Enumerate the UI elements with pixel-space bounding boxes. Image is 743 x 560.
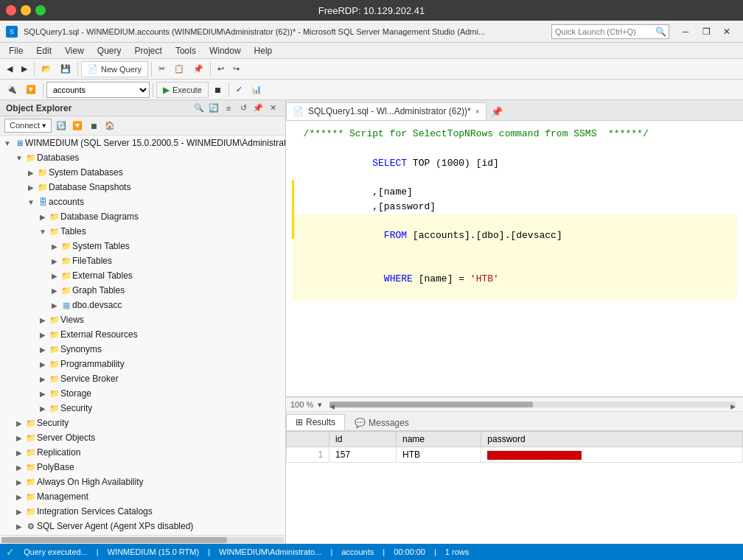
execute-button[interactable]: ▶ Execute bbox=[156, 82, 209, 98]
tree-external-resources[interactable]: ▶ 📁 External Resources bbox=[0, 327, 285, 342]
connect-button[interactable]: Connect ▾ bbox=[4, 119, 52, 133]
agent-expand-icon: ▶ bbox=[13, 520, 25, 532]
toolbar-paste[interactable]: 📌 bbox=[189, 61, 207, 77]
tree-security-top[interactable]: ▶ 📁 Security bbox=[0, 416, 285, 430]
minimize-button[interactable]: ─ bbox=[675, 24, 696, 39]
menu-window[interactable]: Window bbox=[203, 44, 247, 57]
quick-launch-search[interactable]: 🔍 bbox=[551, 24, 669, 39]
results-tab-messages[interactable]: 💬 Messages bbox=[345, 414, 419, 430]
oe-refresh-btn[interactable]: 🔄 bbox=[207, 102, 220, 115]
tree-always-on[interactable]: ▶ 📁 Always On High Availability bbox=[0, 475, 285, 489]
toolbar2-sep-2 bbox=[153, 83, 153, 97]
tree-programmability[interactable]: ▶ 📁 Programmability bbox=[0, 357, 285, 371]
query-tab-1[interactable]: 📄 SQLQuery1.sql - Wl...Administrator (62… bbox=[286, 102, 486, 120]
oe-tree[interactable]: ▼ 🖥 WINMEDIUM (SQL Server 15.0.2000.5 - … bbox=[0, 136, 285, 535]
tree-external-tables[interactable]: ▶ 📁 External Tables bbox=[0, 268, 285, 283]
results-content: id name password 1 157 HTB █████████████… bbox=[286, 431, 743, 544]
menu-edit[interactable]: Edit bbox=[30, 44, 57, 57]
oe-pin-btn[interactable]: 📌 bbox=[251, 102, 265, 115]
quick-launch-input[interactable] bbox=[552, 27, 655, 36]
zoom-dropdown[interactable]: ▾ bbox=[318, 400, 322, 410]
tree-dbo-devsacc[interactable]: ▶ ▦ dbo.devsacc bbox=[0, 298, 285, 312]
code-editor[interactable]: /****** Script for SelectTopNRows comman… bbox=[286, 121, 743, 396]
toolbar-cut[interactable]: ✂ bbox=[155, 61, 169, 77]
tree-accounts-db[interactable]: ▼ 🗄 accounts bbox=[0, 195, 285, 209]
query-tab-close[interactable]: × bbox=[475, 108, 480, 116]
tree-synonyms[interactable]: ▶ 📁 Synonyms bbox=[0, 342, 285, 357]
tables-expand-icon: ▼ bbox=[37, 225, 49, 237]
code-line-name: ,[name] bbox=[292, 185, 737, 200]
toolbar-back[interactable]: ◀ bbox=[3, 61, 16, 77]
tree-polybase[interactable]: ▶ 📁 PolyBase bbox=[0, 460, 285, 475]
tree-server[interactable]: ▼ 🖥 WINMEDIUM (SQL Server 15.0.2000.5 - … bbox=[0, 136, 285, 150]
tree-graph-tables[interactable]: ▶ 📁 Graph Tables bbox=[0, 283, 285, 298]
tree-db-diagrams[interactable]: ▶ 📁 Database Diagrams bbox=[0, 209, 285, 224]
oe-filter-btn[interactable]: 🔍 bbox=[192, 102, 206, 115]
system-tables-label: System Tables bbox=[72, 241, 130, 251]
toolbar-sep-2 bbox=[77, 62, 78, 77]
programmability-label: Programmability bbox=[60, 359, 125, 369]
tree-views[interactable]: ▶ 📁 Views bbox=[0, 312, 285, 327]
code-line-where: WHERE [name] = 'HTB' bbox=[292, 257, 737, 301]
integration-label: Integration Services Catalogs bbox=[37, 506, 153, 517]
tree-system-databases[interactable]: ▶ 📁 System Databases bbox=[0, 165, 285, 180]
restore-button[interactable]: ❐ bbox=[696, 24, 716, 39]
parse-button[interactable]: ✓ bbox=[232, 82, 246, 98]
tree-tables[interactable]: ▼ 📁 Tables bbox=[0, 224, 285, 239]
toolbar2-filter[interactable]: 🔽 bbox=[22, 82, 40, 98]
oe-refresh2-btn[interactable]: ↺ bbox=[237, 102, 250, 115]
minimize-traffic-light[interactable] bbox=[21, 5, 31, 15]
results-tabs: ⊞ Results 💬 Messages bbox=[286, 412, 743, 431]
synonyms-label: Synonyms bbox=[60, 344, 102, 354]
object-explorer: Object Explorer 🔍 🔄 ≡ ↺ 📌 ✕ Connect ▾ 🔃 … bbox=[0, 100, 286, 544]
toolbar-redo[interactable]: ↪ bbox=[229, 61, 243, 77]
toolbar-save[interactable]: 💾 bbox=[57, 61, 74, 77]
toolbar-undo[interactable]: ↩ bbox=[214, 61, 228, 77]
system-databases-label: System Databases bbox=[49, 167, 123, 178]
toolbar-open[interactable]: 📂 bbox=[38, 61, 55, 77]
tree-file-tables[interactable]: ▶ 📁 FileTables bbox=[0, 253, 285, 268]
menu-tools[interactable]: Tools bbox=[170, 44, 202, 57]
stop-button[interactable]: ⏹ bbox=[210, 82, 226, 98]
maximize-traffic-light[interactable] bbox=[35, 5, 46, 15]
table-row: 1 157 HTB ██████████████████ bbox=[287, 447, 743, 463]
databases-folder-icon: 📁 bbox=[25, 152, 37, 164]
menu-file[interactable]: File bbox=[3, 44, 29, 57]
results-tab-results[interactable]: ⊞ Results bbox=[286, 414, 345, 430]
window-controls[interactable]: ─ ❐ ✕ bbox=[675, 24, 737, 39]
close-traffic-light[interactable] bbox=[6, 5, 16, 15]
traffic-lights[interactable] bbox=[6, 5, 46, 15]
tree-db-snapshots[interactable]: ▶ 📁 Database Snapshots bbox=[0, 180, 285, 195]
stop-explorer-btn[interactable]: ⏹ bbox=[87, 119, 100, 133]
tree-security-db[interactable]: ▶ 📁 Security bbox=[0, 401, 285, 416]
menu-help[interactable]: Help bbox=[248, 44, 279, 57]
tree-storage[interactable]: ▶ 📁 Storage bbox=[0, 386, 285, 401]
oe-close-btn[interactable]: ✕ bbox=[266, 102, 279, 115]
filter-explorer-btn[interactable]: 🔽 bbox=[71, 119, 84, 133]
menu-project[interactable]: Project bbox=[129, 44, 168, 57]
scroll-right-btn[interactable]: ▸ bbox=[730, 400, 736, 412]
toolbar2-connect[interactable]: 🔌 bbox=[3, 82, 21, 98]
database-selector[interactable]: accounts bbox=[46, 82, 150, 98]
toolbar-forward[interactable]: ▶ bbox=[18, 61, 31, 77]
window-close-button[interactable]: ✕ bbox=[716, 24, 737, 39]
display-est-plan[interactable]: 📊 bbox=[248, 82, 265, 98]
tree-server-objects[interactable]: ▶ 📁 Server Objects bbox=[0, 430, 285, 445]
tree-system-tables[interactable]: ▶ 📁 System Tables bbox=[0, 239, 285, 253]
tree-management[interactable]: ▶ 📁 Management bbox=[0, 489, 285, 504]
tree-integration[interactable]: ▶ 📁 Integration Services Catalogs bbox=[0, 504, 285, 519]
tree-databases[interactable]: ▼ 📁 Databases bbox=[0, 150, 285, 165]
pin-tab-btn[interactable]: 📌 bbox=[486, 103, 507, 120]
tree-replication[interactable]: ▶ 📁 Replication bbox=[0, 445, 285, 460]
code-comment: /****** Script for SelectTopNRows comman… bbox=[292, 127, 737, 141]
new-query-button[interactable]: 📄 New Query bbox=[81, 61, 148, 77]
home-explorer-btn[interactable]: 🏠 bbox=[103, 119, 116, 133]
toolbar-copy[interactable]: 📋 bbox=[170, 61, 188, 77]
refresh-explorer-btn[interactable]: 🔃 bbox=[55, 119, 68, 133]
tree-sql-agent[interactable]: ▶ ⚙ SQL Server Agent (Agent XPs disabled… bbox=[0, 519, 285, 533]
menu-query[interactable]: Query bbox=[91, 44, 128, 57]
oe-filter2-btn[interactable]: ≡ bbox=[222, 102, 235, 115]
menu-view[interactable]: View bbox=[59, 44, 90, 57]
tree-service-broker[interactable]: ▶ 📁 Service Broker bbox=[0, 371, 285, 386]
scroll-left-btn[interactable]: ◂ bbox=[329, 400, 335, 412]
